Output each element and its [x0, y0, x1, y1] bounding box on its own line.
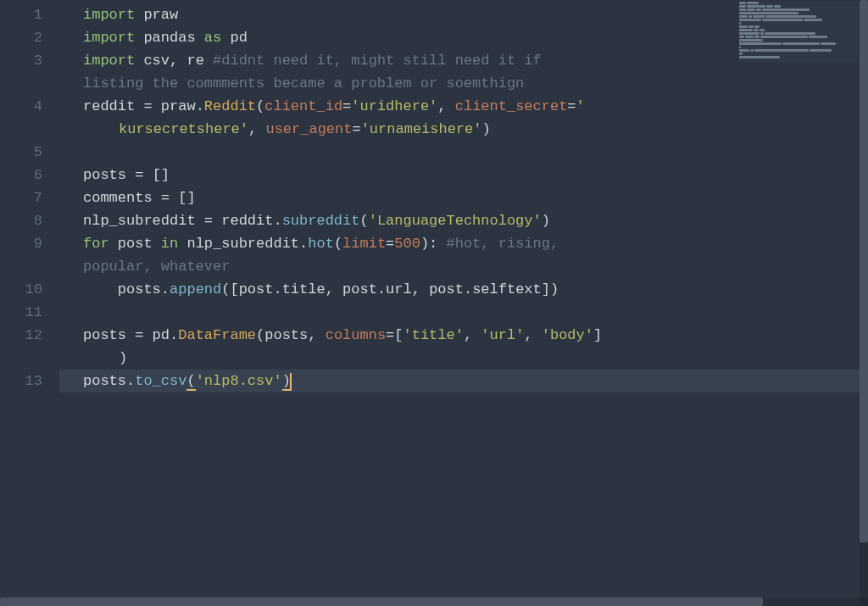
code-token: hot	[308, 236, 334, 252]
code-token: []	[153, 167, 170, 183]
code-token: ,	[308, 327, 325, 343]
code-token: nlp_subreddit	[83, 213, 204, 229]
code-token: Reddit	[204, 98, 256, 114]
line-number: 4	[0, 95, 59, 118]
horizontal-scrollbar[interactable]	[0, 598, 868, 606]
code-token: post	[109, 236, 161, 252]
line-number	[0, 255, 59, 278]
code-token: pandas	[135, 30, 204, 46]
code-token: =	[386, 327, 394, 343]
line-number: 8	[0, 209, 59, 232]
code-token: post	[239, 281, 274, 297]
code-line[interactable]: import csv, re #didnt need it, might sti…	[59, 49, 868, 72]
code-token: to_csv	[135, 373, 186, 389]
code-line[interactable]: import praw	[59, 3, 868, 26]
code-token: posts	[83, 281, 161, 297]
code-token: title	[282, 281, 326, 297]
code-line[interactable]: listing the commments became a problem o…	[59, 72, 868, 95]
vertical-scrollbar-thumb[interactable]	[860, 0, 868, 542]
line-number: 13	[0, 370, 59, 392]
line-number	[0, 72, 59, 95]
code-line[interactable]: comments = []	[59, 186, 868, 209]
code-line[interactable]: )	[59, 347, 868, 370]
code-token: selftext	[472, 281, 542, 297]
code-token: 'urnameishere'	[361, 121, 482, 137]
code-token: =	[135, 327, 143, 343]
code-token: import	[83, 7, 135, 23]
code-line[interactable]: posts = pd.DataFrame(posts, columns=['ti…	[59, 324, 868, 347]
code-token: ):	[420, 236, 447, 252]
code-token: .	[161, 281, 170, 297]
line-number: 11	[0, 301, 59, 324]
code-token: post	[342, 281, 377, 297]
code-token: (	[334, 236, 342, 252]
code-line[interactable]: posts.to_csv('nlp8.csv')	[59, 370, 868, 392]
code-line[interactable]: reddit = praw.Reddit(client_id='uridhere…	[59, 95, 868, 118]
line-number: 2	[0, 26, 59, 49]
line-number: 12	[0, 324, 59, 347]
code-token: columns	[326, 327, 386, 343]
code-token: =	[143, 98, 152, 114]
line-number	[0, 347, 59, 370]
code-token: =	[386, 236, 394, 252]
code-token: posts	[83, 327, 135, 343]
line-number	[0, 118, 59, 141]
code-token	[143, 167, 152, 183]
code-token: client_secret	[455, 98, 568, 114]
code-token: listing the commments became a problem o…	[83, 75, 524, 92]
code-token: as	[204, 30, 221, 46]
code-token: import	[83, 53, 135, 69]
code-token: 'uridhere'	[351, 98, 437, 114]
code-token: subreddit	[282, 213, 360, 229]
code-token: .	[196, 98, 204, 114]
code-token: (	[256, 98, 264, 114]
code-token: kursecretshere'	[119, 121, 248, 137]
code-token: praw	[153, 98, 196, 114]
code-token: 'title'	[403, 327, 464, 343]
code-token: .	[464, 281, 472, 297]
code-token: )	[119, 350, 127, 366]
code-line[interactable]: popular, whatever	[59, 255, 868, 278]
code-line[interactable]	[59, 141, 868, 164]
code-token: ,	[524, 327, 541, 343]
code-token: #didnt need it, might still need it if	[213, 53, 550, 69]
code-editor[interactable]: 12345678910111213 import prawimport pand…	[0, 0, 868, 606]
code-line[interactable]: for post in nlp_subreddit.hot(limit=500)…	[59, 232, 868, 255]
code-line[interactable]: import pandas as pd	[59, 26, 868, 49]
code-token: 'url'	[481, 327, 524, 343]
code-token: reddit	[213, 213, 273, 229]
code-line[interactable]: kursecretshere', user_agent='urnameisher…	[59, 118, 868, 141]
code-line[interactable]: posts.append([post.title, post.url, post…	[59, 278, 868, 301]
code-token: =	[342, 98, 351, 114]
code-token: ])	[542, 281, 559, 297]
code-token: 'LanguageTechnology'	[369, 213, 542, 229]
horizontal-scrollbar-thumb[interactable]	[0, 598, 763, 606]
code-token: [	[394, 327, 403, 343]
code-token: .	[273, 213, 281, 229]
code-token: .	[170, 327, 178, 343]
code-token: ([	[221, 281, 238, 297]
code-area[interactable]: import prawimport pandas as pdimport csv…	[59, 0, 868, 606]
code-token: pd	[221, 30, 248, 46]
code-line[interactable]	[59, 301, 868, 324]
code-token: praw	[135, 7, 178, 23]
line-number: 1	[0, 3, 59, 26]
code-line[interactable]: posts = []	[59, 164, 868, 186]
line-number: 7	[0, 186, 59, 209]
code-token: reddit	[83, 98, 143, 114]
code-token: ,	[326, 281, 342, 297]
vertical-scrollbar[interactable]	[860, 0, 868, 606]
code-token: popular, whatever	[83, 259, 230, 275]
code-token: =	[135, 167, 143, 183]
code-token: 'body'	[542, 327, 593, 343]
code-line[interactable]: nlp_subreddit = reddit.subreddit('Langua…	[59, 209, 868, 232]
code-token: nlp_subreddit	[178, 236, 299, 252]
line-number-gutter: 12345678910111213	[0, 0, 59, 606]
code-token: ,	[412, 281, 429, 297]
code-token: =	[567, 98, 576, 114]
code-token: ,	[437, 98, 454, 114]
code-token: post	[429, 281, 464, 297]
code-token: .	[273, 281, 281, 297]
code-token: re	[178, 53, 213, 69]
code-token: .	[299, 236, 308, 252]
